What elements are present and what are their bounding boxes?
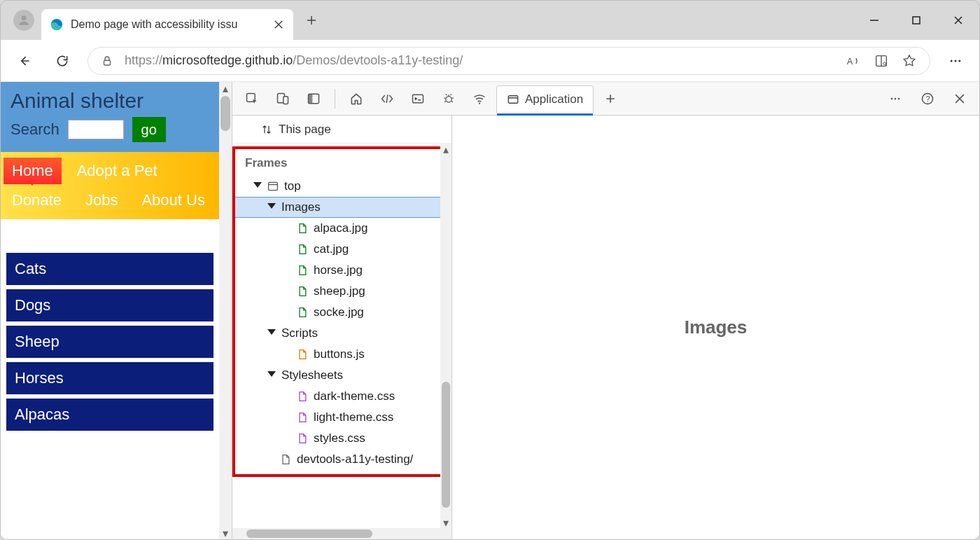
new-tab-button[interactable] <box>298 6 326 34</box>
close-icon[interactable] <box>272 18 285 31</box>
scroll-up-icon[interactable]: ▴ <box>219 82 232 95</box>
category-item[interactable]: Sheep <box>6 326 214 358</box>
tree-file[interactable]: light-theme.css <box>235 407 446 428</box>
refresh-button[interactable] <box>50 48 75 74</box>
bug-icon <box>442 92 456 106</box>
device-toggle-button[interactable] <box>269 85 297 113</box>
nav-home[interactable]: Home <box>4 158 62 184</box>
category-item[interactable]: Alpacas <box>6 399 214 431</box>
address-bar[interactable]: https://microsoftedge.github.io/Demos/de… <box>88 47 930 75</box>
tree-group-scripts[interactable]: Scripts <box>235 323 446 344</box>
search-form: Search go <box>10 117 209 142</box>
reader-mode-icon[interactable] <box>874 53 889 69</box>
search-input[interactable] <box>68 120 124 139</box>
tab-sources[interactable] <box>435 85 463 113</box>
url-host: microsoftedge.github.io <box>162 53 293 67</box>
sidebar-toggle-button[interactable] <box>300 85 328 113</box>
url-path: /Demos/devtools-a11y-testing/ <box>293 53 463 67</box>
sidebar-hscrollbar[interactable] <box>232 528 440 539</box>
wifi-icon <box>472 92 486 106</box>
url-text: https://microsoftedge.github.io/Demos/de… <box>125 53 463 68</box>
tab-console[interactable] <box>404 85 432 113</box>
category-list: Cats Dogs Sheep Horses Alpacas <box>1 219 219 436</box>
chevron-down-icon[interactable] <box>267 371 276 380</box>
file-icon <box>297 348 308 361</box>
page-scrollbar[interactable]: ▴ ▾ <box>219 82 232 539</box>
tree-frame-top[interactable]: top <box>235 176 446 197</box>
browser-tab-active[interactable]: Demo page with accessibility issu <box>41 9 293 40</box>
tree-label: cat.jpg <box>314 242 349 256</box>
tree-file[interactable]: alpaca.jpg <box>235 218 446 239</box>
svg-rect-14 <box>309 94 313 103</box>
tree-label: alpaca.jpg <box>314 221 368 235</box>
scroll-thumb[interactable] <box>442 382 450 508</box>
chevron-down-icon[interactable] <box>267 329 276 338</box>
window-controls <box>853 1 979 40</box>
tree-file[interactable]: buttons.js <box>235 344 446 365</box>
tab-welcome[interactable] <box>342 85 370 113</box>
category-item[interactable]: Cats <box>6 253 214 285</box>
nav-adopt[interactable]: Adopt a Pet <box>69 158 166 184</box>
scroll-down-icon[interactable]: ▾ <box>219 527 232 539</box>
address-actions: A <box>846 53 917 69</box>
scroll-down-icon[interactable]: ▾ <box>440 517 451 528</box>
inspect-element-button[interactable] <box>238 85 266 113</box>
svg-text:A: A <box>847 55 853 66</box>
scroll-thumb[interactable] <box>246 529 372 538</box>
tree-file[interactable]: socke.jpg <box>235 302 446 323</box>
application-icon <box>507 93 519 106</box>
tab-network[interactable] <box>465 85 493 113</box>
svg-rect-15 <box>413 95 424 103</box>
favorite-icon[interactable] <box>902 53 917 69</box>
tree-label: light-theme.css <box>314 410 393 424</box>
minimize-icon <box>869 15 879 25</box>
profile-button[interactable] <box>13 10 34 31</box>
tree-group-images[interactable]: Images <box>235 197 446 218</box>
nav-about[interactable]: About Us <box>133 187 214 214</box>
tree-label: Stylesheets <box>281 368 343 382</box>
tree-file[interactable]: styles.css <box>235 428 446 449</box>
tree-file[interactable]: sheep.jpg <box>235 281 446 302</box>
search-go-button[interactable]: go <box>132 117 166 142</box>
category-item[interactable]: Horses <box>6 362 214 394</box>
read-aloud-icon[interactable]: A <box>846 53 861 69</box>
scroll-thumb[interactable] <box>220 96 230 131</box>
svg-point-17 <box>479 102 480 104</box>
minimize-button[interactable] <box>853 6 895 34</box>
scroll-up-icon[interactable]: ▴ <box>440 144 451 155</box>
more-horizontal-icon <box>948 54 962 68</box>
frames-header: Frames <box>235 149 446 176</box>
back-button[interactable] <box>12 48 37 74</box>
sidebar-this-page[interactable]: This page <box>232 116 451 144</box>
settings-more-button[interactable] <box>943 48 968 74</box>
devtools-help-button[interactable]: ? <box>913 85 941 113</box>
frame-icon <box>267 180 279 193</box>
tree-file[interactable]: dark-theme.css <box>235 386 446 407</box>
devtools-toolbar: Application ? <box>232 82 979 116</box>
sidebar-vscrollbar[interactable]: ▴ ▾ <box>440 144 451 539</box>
tab-elements[interactable] <box>373 85 401 113</box>
maximize-button[interactable] <box>895 6 937 34</box>
file-icon <box>297 432 308 445</box>
devtools-close-button[interactable] <box>946 85 974 113</box>
close-window-button[interactable] <box>937 6 979 34</box>
tree-label: devtools-a11y-testing/ <box>297 452 413 466</box>
tree-group-stylesheets[interactable]: Stylesheets <box>235 365 446 386</box>
chevron-down-icon[interactable] <box>253 182 262 191</box>
lock-icon <box>101 55 113 67</box>
more-tabs-button[interactable] <box>596 85 624 113</box>
tab-application[interactable]: Application <box>496 85 594 113</box>
tree-file[interactable]: horse.jpg <box>235 260 446 281</box>
tree-file-document[interactable]: devtools-a11y-testing/ <box>235 449 446 470</box>
tree-file[interactable]: cat.jpg <box>235 239 446 260</box>
chevron-down-icon[interactable] <box>267 203 276 212</box>
device-icon <box>276 92 290 106</box>
content-area: Animal shelter Search go Home Adopt a Pe… <box>1 82 979 539</box>
category-item[interactable]: Dogs <box>6 289 214 321</box>
devtools-more-button[interactable] <box>881 85 909 113</box>
edge-favicon-icon <box>50 18 64 32</box>
tab-application-label: Application <box>525 92 583 106</box>
file-icon <box>297 390 308 403</box>
svg-point-19 <box>891 97 893 99</box>
nav-jobs[interactable]: Jobs <box>77 187 126 214</box>
